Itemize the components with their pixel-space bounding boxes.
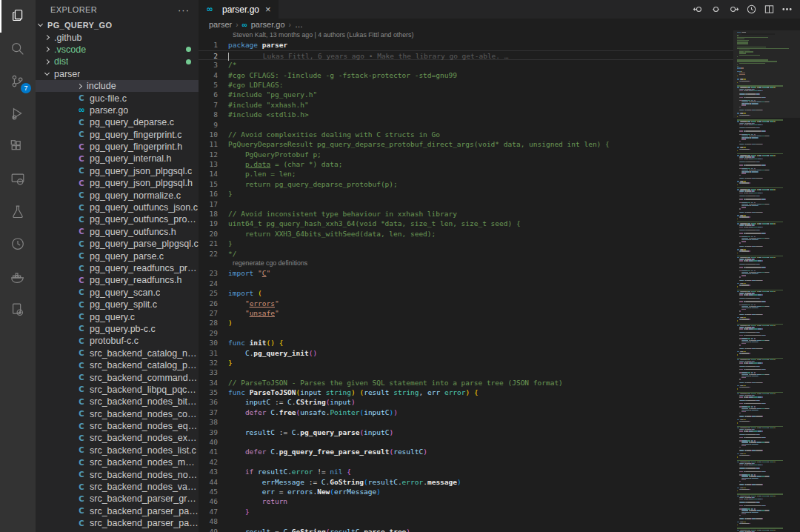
code-line-35[interactable]: 35func ParseToJSON(input string) (result…	[199, 388, 733, 397]
tree-file-src-backend-nodes-extensible-c[interactable]: Csrc_backend_nodes_extensible.c	[36, 432, 199, 444]
code-line-4[interactable]: 4#cgo CFLAGS: -Iinclude -g -fstack-prote…	[199, 70, 733, 80]
tree-file-src-backend-nodes-nodefuncs-c[interactable]: Csrc_backend_nodes_nodeFuncs.c	[36, 468, 199, 480]
tree-file-pg-query-fingerprint-h[interactable]: Cpg_query_fingerprint.h	[36, 141, 199, 153]
code-line-6[interactable]: 6#include "pg_query.h"	[199, 90, 733, 99]
tree-file-pg-query-pb-c-c[interactable]: Cpg_query.pb-c.c	[36, 323, 199, 335]
code-line-3[interactable]: 3/*	[199, 60, 733, 70]
code-line-8[interactable]: 8#include <stdlib.h>	[199, 110, 733, 119]
tree-file-pg-query-split-c[interactable]: Cpg_query_split.c	[36, 299, 199, 310]
code-line-39[interactable]: 39 resultC := C.pg_query_parse(inputC)	[199, 428, 733, 437]
code-line-12[interactable]: 12 PgQueryProtobuf p;	[199, 150, 733, 159]
codelens[interactable]: Steven Kalt, 13 months ago | 4 authors (…	[199, 30, 733, 40]
tree-file-pg-query-outfuncs-h[interactable]: Cpg_query_outfuncs.h	[36, 226, 199, 238]
file-history-icon[interactable]	[744, 2, 759, 17]
tree-folder-dist[interactable]: dist	[36, 56, 199, 67]
tree-file-parser-go[interactable]: ∞parser.go	[36, 104, 199, 116]
tree-folder-include[interactable]: include	[36, 80, 199, 92]
tree-folder-parser[interactable]: parser	[36, 68, 199, 80]
code-line-29[interactable]: 29	[199, 328, 733, 338]
tree-file-src-backend-catalog-namespace-c[interactable]: Csrc_backend_catalog_namespace.c	[36, 348, 199, 359]
tree-file-pg-query-json-plpgsql-c[interactable]: Cpg_query_json_plpgsql.c	[36, 165, 199, 177]
tree-file-pg-query-normalize-c[interactable]: Cpg_query_normalize.c	[36, 189, 199, 201]
code-line-48[interactable]: 48	[199, 516, 733, 526]
tree-file-src-backend-nodes-makefuncs-c[interactable]: Csrc_backend_nodes_makefuncs.c	[36, 456, 199, 468]
code-line-42[interactable]: 42	[199, 457, 733, 467]
code-line-46[interactable]: 46 return	[199, 496, 733, 506]
codelens[interactable]: regenerate cgo definitions	[199, 259, 733, 268]
sidebar-more-actions-icon[interactable]: ···	[178, 4, 190, 16]
tree-folder--github[interactable]: .github	[36, 31, 199, 43]
breadcrumb-item[interactable]: parser	[209, 20, 232, 29]
run-and-debug-icon[interactable]	[0, 98, 36, 130]
code-line-47[interactable]: 47 }	[199, 507, 733, 516]
code-line-16[interactable]: 16}	[199, 189, 733, 199]
code-line-41[interactable]: 41 defer C.pg_query_free_parse_result(re…	[199, 447, 733, 456]
tree-file-src-backend-parser-parser-c[interactable]: Csrc_backend_parser_parser.c	[36, 517, 199, 529]
docker-icon[interactable]	[0, 261, 36, 293]
tab-close-icon[interactable]: ×	[264, 4, 273, 15]
code-line-1[interactable]: 1package parser	[199, 40, 733, 50]
code-line-10[interactable]: 10// Avoid complexities dealing with C s…	[199, 130, 733, 139]
code-line-5[interactable]: 5#cgo LDFLAGS:	[199, 80, 733, 90]
code-line-15[interactable]: 15 return pg_query_deparse_protobuf(p);	[199, 179, 733, 189]
tree-file-src-backend-nodes-list-c[interactable]: Csrc_backend_nodes_list.c	[36, 445, 199, 456]
code-line-27[interactable]: 27 "unsafe"	[199, 308, 733, 318]
code-line-30[interactable]: 30func init() {	[199, 338, 733, 348]
code-line-45[interactable]: 45 err = errors.New(errMessage)	[199, 487, 733, 496]
tree-file-pg-query-readfuncs-protobuf-c[interactable]: Cpg_query_readfuncs_protobuf.c	[36, 262, 199, 274]
code-line-13[interactable]: 13 p.data = (char *) data;	[199, 159, 733, 169]
tree-file-pg-query-json-plpgsql-h[interactable]: Cpg_query_json_plpgsql.h	[36, 177, 199, 189]
more-actions-icon[interactable]	[779, 2, 794, 17]
code-line-36[interactable]: 36 inputC := C.CString(input)	[199, 397, 733, 407]
tree-file-pg-query-deparse-c[interactable]: Cpg_query_deparse.c	[36, 116, 199, 128]
code-line-22[interactable]: 22*/	[199, 249, 733, 259]
gitlens-inspect-icon[interactable]	[0, 293, 36, 326]
next-change-icon[interactable]	[726, 2, 741, 17]
tree-file-src-backend-nodes-bitmapset-c[interactable]: Csrc_backend_nodes_bitmapset.c	[36, 396, 199, 408]
code-line-9[interactable]: 9	[199, 120, 733, 130]
breadcrumb-item[interactable]: …	[295, 20, 303, 29]
open-changes-icon[interactable]	[708, 2, 723, 17]
code-line-40[interactable]: 40	[199, 437, 733, 447]
code-line-34[interactable]: 34// ParseToJSON - Parses the given SQL …	[199, 378, 733, 388]
split-editor-icon[interactable]	[761, 2, 776, 17]
code-line-43[interactable]: 43 if resultC.error != nil {	[199, 467, 733, 476]
tree-file-pg-query-parse-plpgsql-c[interactable]: Cpg_query_parse_plpgsql.c	[36, 238, 199, 250]
tree-file-src-backend-libpq-pqcomm-c[interactable]: Csrc_backend_libpq_pqcomm.c	[36, 384, 199, 396]
code-line-7[interactable]: 7#include "xxhash.h"	[199, 100, 733, 110]
code-line-26[interactable]: 26 "errors"	[199, 299, 733, 308]
tree-folder-pg-query-go[interactable]: PG_QUERY_GO	[36, 19, 199, 31]
code-line-17[interactable]: 17	[199, 199, 733, 209]
tree-file-pg-query-internal-h[interactable]: Cpg_query_internal.h	[36, 153, 199, 164]
tree-file-protobuf-c-c[interactable]: Cprotobuf-c.c	[36, 335, 199, 347]
code-line-33[interactable]: 33	[199, 368, 733, 377]
code-line-25[interactable]: 25import (	[199, 288, 733, 298]
tree-file-pg-query-outfuncs-json-c[interactable]: Cpg_query_outfuncs_json.c	[36, 202, 199, 213]
explorer-icon[interactable]	[0, 0, 36, 33]
testing-icon[interactable]	[0, 196, 36, 228]
code-line-11[interactable]: 11PgQueryDeparseResult pg_query_deparse_…	[199, 139, 733, 149]
code-line-20[interactable]: 20 return XXH3_64bits_withSeed(data, len…	[199, 229, 733, 239]
tree-file-src-backend-nodes-copyfuncs-c[interactable]: Csrc_backend_nodes_copyfuncs.c	[36, 408, 199, 420]
tree-file-src-backend-parser-parse-expr-c[interactable]: Csrc_backend_parser_parse_expr.c	[36, 505, 199, 517]
code-line-21[interactable]: 21}	[199, 239, 733, 248]
code-line-14[interactable]: 14 p.len = len;	[199, 169, 733, 179]
tree-folder--vscode[interactable]: .vscode	[36, 44, 199, 56]
code-line-32[interactable]: 32}	[199, 358, 733, 368]
breadcrumb-item[interactable]: parser.go	[251, 20, 285, 29]
code-line-49[interactable]: 49 result = C.GoString(resultC.parse_tre…	[199, 527, 733, 532]
code-line-37[interactable]: 37 defer C.free(unsafe.Pointer(inputC))	[199, 408, 733, 417]
tree-file-src-backend-nodes-value-c[interactable]: Csrc_backend_nodes_value.c	[36, 481, 199, 493]
code-line-2[interactable]: 2 Lukas Fittl, 6 years ago • Make the li…	[199, 50, 733, 60]
code-line-28[interactable]: 28)	[199, 318, 733, 327]
code-line-24[interactable]: 24	[199, 279, 733, 288]
tree-file-src-backend-catalog-pg-proc-c[interactable]: Csrc_backend_catalog_pg_proc.c	[36, 359, 199, 371]
source-control-icon[interactable]: 7	[0, 65, 36, 98]
tree-file-src-backend-nodes-equalfuncs-c[interactable]: Csrc_backend_nodes_equalfuncs.c	[36, 420, 199, 432]
tree-file-pg-query-scan-c[interactable]: Cpg_query_scan.c	[36, 287, 199, 299]
tree-file-pg-query-outfuncs-protobuf-c[interactable]: Cpg_query_outfuncs_protobuf.c	[36, 213, 199, 225]
code-line-23[interactable]: 23import "C"	[199, 268, 733, 278]
minimap[interactable]	[733, 30, 800, 532]
code-editor[interactable]: Steven Kalt, 13 months ago | 4 authors (…	[199, 30, 733, 532]
extensions-icon[interactable]	[0, 130, 36, 163]
